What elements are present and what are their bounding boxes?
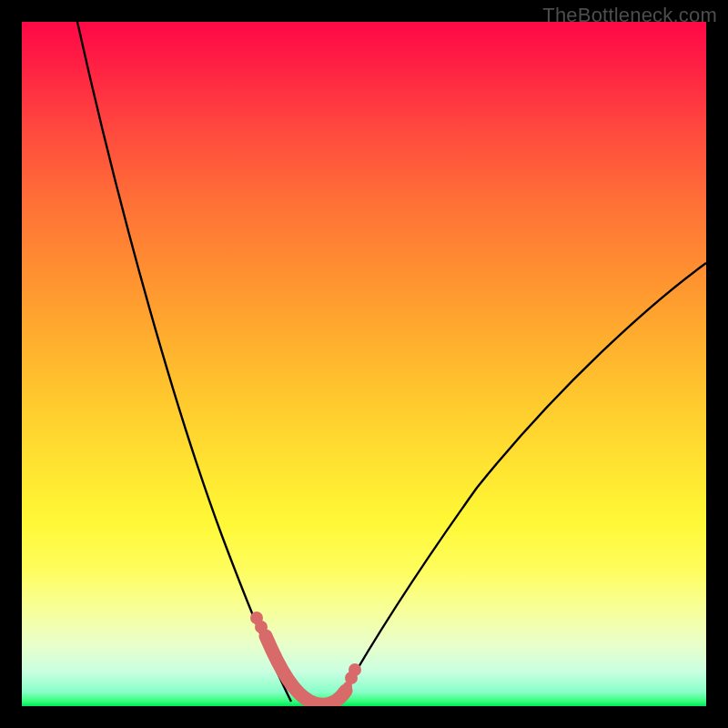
- curve-svg: [22, 22, 706, 706]
- svg-point-5: [349, 663, 361, 676]
- right-branch: [339, 263, 706, 702]
- plot-area: [22, 22, 706, 706]
- chart-frame: TheBottleneck.com: [0, 0, 728, 728]
- left-branch: [77, 22, 291, 702]
- curve-lines: [77, 22, 706, 702]
- dotted-segment: [250, 612, 361, 704]
